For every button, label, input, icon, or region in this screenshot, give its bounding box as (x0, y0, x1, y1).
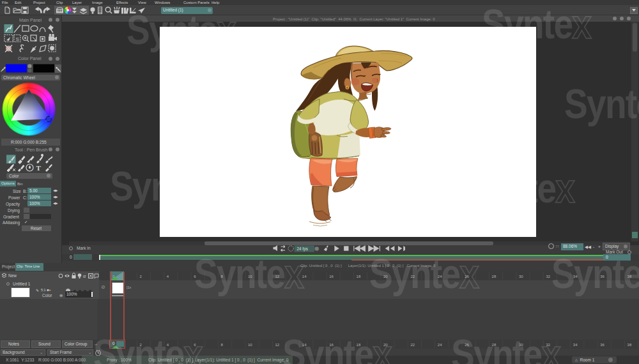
svg-text:16: 16 (329, 343, 334, 347)
svg-text:22: 22 (410, 343, 415, 347)
svg-text:18: 18 (357, 343, 361, 347)
svg-text:24: 24 (438, 275, 442, 278)
svg-text:14: 14 (302, 275, 307, 278)
svg-text:α: α (83, 273, 86, 279)
svg-text:24: 24 (438, 343, 442, 347)
svg-text:12: 12 (275, 275, 279, 278)
svg-text:20: 20 (383, 275, 388, 278)
svg-text:28: 28 (492, 275, 497, 278)
svg-text:S: S (16, 36, 19, 42)
svg-text:38: 38 (627, 343, 632, 347)
svg-text:18: 18 (357, 275, 361, 278)
svg-text:30: 30 (519, 275, 523, 278)
svg-text:26: 26 (465, 343, 469, 347)
svg-text:36: 36 (600, 275, 604, 278)
svg-text:32: 32 (546, 275, 550, 278)
svg-text:34: 34 (573, 343, 578, 347)
svg-text:38: 38 (627, 275, 632, 278)
svg-text:10: 10 (248, 343, 252, 347)
svg-text:30: 30 (519, 343, 523, 347)
svg-text:22: 22 (410, 275, 415, 278)
svg-text:32: 32 (546, 343, 550, 347)
svg-text:12: 12 (275, 343, 279, 347)
svg-text:34: 34 (573, 275, 578, 278)
svg-text:20: 20 (383, 343, 388, 347)
svg-text:36: 36 (600, 343, 604, 347)
svg-text:28: 28 (492, 343, 497, 347)
svg-text:14: 14 (302, 343, 307, 347)
svg-text:T: T (36, 164, 42, 172)
svg-text:26: 26 (465, 275, 469, 278)
svg-text:16: 16 (329, 275, 334, 278)
svg-text:10: 10 (248, 275, 252, 278)
svg-text:24 fps: 24 fps (296, 246, 308, 252)
